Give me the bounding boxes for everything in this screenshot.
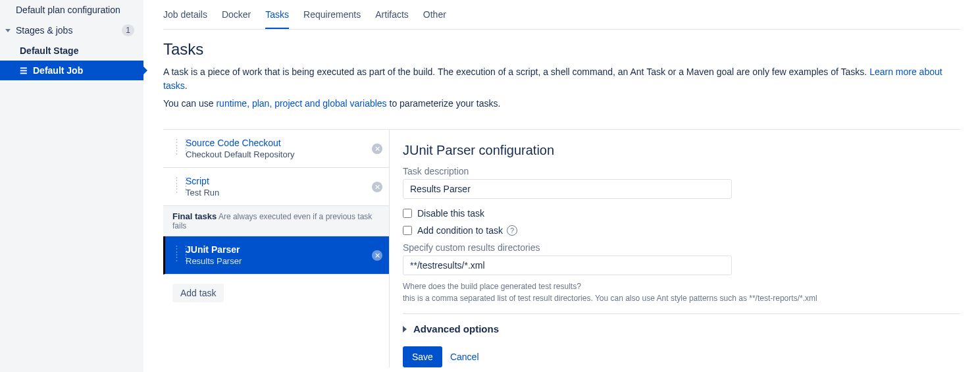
save-button[interactable]: Save — [403, 346, 442, 367]
task-desc: Test Run — [186, 188, 219, 198]
variables-link[interactable]: runtime, plan, project and global variab… — [216, 98, 386, 109]
tab-requirements[interactable]: Requirements — [303, 9, 361, 29]
final-tasks-header: Final tasks Are always executed even if … — [163, 206, 389, 236]
delete-task-icon[interactable]: ✕ — [372, 144, 382, 154]
delete-task-icon[interactable]: ✕ — [372, 182, 382, 192]
form-buttons: Save Cancel — [403, 346, 960, 367]
results-dirs-input[interactable] — [403, 255, 732, 275]
hint-line: this is a comma separated list of test r… — [403, 292, 960, 304]
page-description: A task is a piece of work that is being … — [163, 65, 960, 93]
tab-artifacts[interactable]: Artifacts — [375, 9, 409, 29]
task-desc: Checkout Default Repository — [186, 149, 294, 159]
condition-checkbox[interactable] — [403, 226, 412, 235]
page-description-vars: You can use runtime, plan, project and g… — [163, 97, 960, 111]
disable-task-label: Disable this task — [417, 208, 484, 219]
task-text: JUnit Parser Results Parser — [186, 244, 242, 266]
advanced-options-toggle[interactable]: Advanced options — [403, 313, 960, 334]
sidebar-item-default-plan[interactable]: Default plan configuration — [0, 0, 143, 20]
delete-task-icon[interactable]: ✕ — [372, 250, 382, 261]
add-task-button[interactable]: Add task — [172, 284, 224, 302]
task-text: Script Test Run — [186, 176, 219, 198]
sidebar-item-label: Default plan configuration — [16, 5, 120, 15]
sidebar-item-label: Default Job — [33, 65, 83, 76]
config-panel: JUnit Parser configuration Task descript… — [390, 130, 960, 367]
task-item[interactable]: ⋮⋮⋮⋮ Script Test Run ✕ — [163, 168, 389, 206]
final-tasks-label: Final tasks — [172, 211, 217, 221]
tab-docker[interactable]: Docker — [222, 9, 251, 29]
task-description-label: Task description — [403, 166, 960, 176]
task-text: Source Code Checkout Checkout Default Re… — [186, 138, 294, 159]
disable-task-checkbox[interactable] — [403, 209, 412, 218]
task-title: JUnit Parser — [186, 244, 242, 255]
cancel-button[interactable]: Cancel — [450, 352, 479, 362]
drag-handle-icon[interactable]: ⋮⋮⋮⋮ — [172, 176, 179, 193]
task-description-input[interactable] — [403, 179, 732, 199]
task-title: Script — [186, 176, 219, 186]
condition-label: Add condition to task — [417, 225, 503, 236]
page-title: Tasks — [163, 40, 960, 59]
tab-job-details[interactable]: Job details — [163, 9, 207, 29]
sidebar-item-stages-jobs[interactable]: Stages & jobs 1 — [0, 20, 143, 41]
task-list: ⋮⋮⋮⋮ Source Code Checkout Checkout Defau… — [163, 130, 390, 367]
desc-text: You can use — [163, 98, 216, 109]
sidebar: Default plan configuration Stages & jobs… — [0, 0, 143, 372]
task-item-selected[interactable]: ⋮⋮⋮⋮ JUnit Parser Results Parser ✕ — [163, 236, 389, 275]
task-item[interactable]: ⋮⋮⋮⋮ Source Code Checkout Checkout Defau… — [163, 130, 389, 168]
results-dirs-hint: Where does the build place generated tes… — [403, 280, 960, 304]
advanced-options-label: Advanced options — [413, 323, 499, 334]
sidebar-item-label: Stages & jobs — [16, 25, 72, 36]
task-title: Source Code Checkout — [186, 138, 294, 148]
sidebar-item-default-stage[interactable]: Default Stage — [0, 41, 143, 61]
desc-text: to parameterize your tasks. — [387, 98, 501, 109]
tasks-layout: ⋮⋮⋮⋮ Source Code Checkout Checkout Defau… — [163, 129, 960, 367]
main-content: Job details Docker Tasks Requirements Ar… — [143, 0, 980, 372]
list-icon: ☰ — [20, 66, 28, 76]
help-icon[interactable]: ? — [507, 225, 517, 236]
stages-count-badge: 1 — [122, 24, 134, 36]
disable-task-row: Disable this task — [403, 208, 960, 219]
sidebar-item-default-job[interactable]: ☰ Default Job — [0, 61, 143, 80]
task-desc: Results Parser — [186, 256, 242, 266]
drag-handle-icon[interactable]: ⋮⋮⋮⋮ — [172, 138, 179, 155]
tab-tasks[interactable]: Tasks — [265, 9, 289, 29]
config-title: JUnit Parser configuration — [403, 143, 960, 158]
sidebar-item-label: Default Stage — [20, 45, 78, 56]
hint-line: Where does the build place generated tes… — [403, 280, 960, 292]
tabs: Job details Docker Tasks Requirements Ar… — [163, 0, 960, 30]
results-dirs-label: Specify custom results directories — [403, 242, 960, 253]
condition-row: Add condition to task ? — [403, 225, 960, 236]
desc-text: A task is a piece of work that is being … — [163, 66, 869, 77]
drag-handle-icon[interactable]: ⋮⋮⋮⋮ — [172, 244, 179, 261]
tab-other[interactable]: Other — [423, 9, 446, 29]
